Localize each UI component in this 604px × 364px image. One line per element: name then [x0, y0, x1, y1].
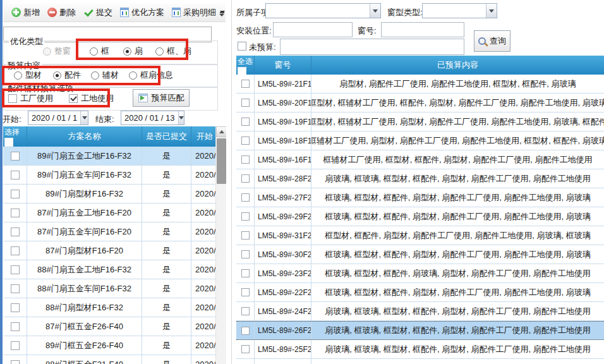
plan-table-row[interactable]: 87#门框五金F26-F40是2020/0	[3, 317, 226, 336]
window-type-dropdown-icon[interactable]	[486, 4, 497, 18]
row-checkbox[interactable]	[11, 209, 20, 217]
window-table-row[interactable]: LM5L-89#-23F21框玻璃, 框型材, 框配件, 扇玻璃, 扇型材, 扇…	[236, 264, 604, 283]
window-table-row[interactable]: LM5L-89#-27F25框玻璃, 框型材, 框配件, 扇型材, 扇配件工厂使…	[236, 188, 604, 207]
row-checkbox[interactable]	[241, 212, 250, 221]
toolbar-button[interactable]: 新增	[8, 5, 44, 20]
toolbar-button[interactable]: 提交	[80, 5, 116, 20]
row-checkbox[interactable]	[241, 307, 250, 315]
row-checkbox[interactable]	[11, 171, 20, 179]
window-table-row[interactable]: LM5L-89#-30F28框玻璃, 框型材, 框配件, 扇型材, 扇配件工厂使…	[236, 245, 604, 264]
window-no-header[interactable]: 窗号	[255, 56, 311, 75]
not-budgeted-checkbox[interactable]	[238, 42, 246, 51]
window-table-row[interactable]: LM5L-89#-25F23扇玻璃, 框玻璃, 框型材, 框配件, 扇型材, 扇…	[236, 340, 604, 359]
row-checkbox[interactable]	[11, 190, 20, 198]
end-date-dropdown-icon[interactable]	[178, 111, 184, 124]
plan-table-row[interactable]: 89#门扇型材F16-F32是2020/0	[3, 185, 226, 203]
start-date-picker[interactable]: 2020 / 01 / 1	[28, 111, 88, 125]
usage-option[interactable]: 工厂使用	[8, 93, 53, 104]
row-checkbox[interactable]	[11, 322, 20, 331]
plan-table-row[interactable]: 88#门框五金F21-F40是2020/0	[3, 355, 226, 364]
row-checkbox[interactable]	[11, 360, 20, 364]
not-budgeted-input[interactable]	[280, 39, 464, 55]
window-table-row[interactable]: LM5L-89#-24F22扇玻璃, 框玻璃, 框型材, 框配件, 扇型材, 扇…	[236, 302, 604, 321]
plan-name-header[interactable]: 方案名称	[27, 126, 142, 147]
radio-icon[interactable]	[91, 71, 99, 80]
sub-item-combobox[interactable]	[265, 3, 381, 18]
checkbox-icon[interactable]	[69, 94, 78, 103]
row-checkbox[interactable]	[241, 327, 250, 335]
optimize-type-option[interactable]: 扇	[123, 46, 143, 57]
radio-icon[interactable]	[53, 71, 61, 80]
window-table-row[interactable]: LM5L-89#-31F29框型材, 框配件, 扇型材, 扇配件工厂使用, 扇配…	[236, 226, 604, 245]
plan-table-row[interactable]: 89#门框五金F26-F40是2020/0	[3, 336, 226, 355]
window-table-row[interactable]: LM5L-89#-20F18框型材, 框辅材工厂使用, 框配件, 扇型材, 扇配…	[236, 94, 604, 112]
optimize-type-option[interactable]: 框	[90, 46, 109, 57]
radio-icon[interactable]	[90, 47, 98, 56]
budgeted-content-header[interactable]: 已预算内容	[311, 56, 604, 75]
window-table-row[interactable]: LM5L-89#-26F24扇玻璃, 框玻璃, 框型材, 框配件, 扇型材, 扇…	[236, 321, 604, 340]
plan-table-row[interactable]: 87#门扇型材F16-F20是2020/0	[3, 241, 226, 260]
row-checkbox[interactable]	[11, 341, 20, 350]
plan-table-row[interactable]: 89#门扇五金车间F16-F32是2020/0	[3, 166, 226, 185]
radio-icon[interactable]	[43, 47, 51, 56]
end-date-picker[interactable]: 2020 / 01 / 13	[121, 111, 184, 125]
row-checkbox[interactable]	[11, 152, 20, 161]
query-button[interactable]: 查询	[474, 30, 510, 52]
radio-icon[interactable]	[14, 71, 22, 80]
row-checkbox[interactable]	[241, 118, 250, 126]
row-checkbox[interactable]	[241, 136, 250, 145]
radio-icon[interactable]	[129, 71, 137, 80]
plan-scrollbar-thumb[interactable]	[217, 138, 226, 184]
radio-icon[interactable]	[123, 47, 131, 56]
window-select-all-checkbox[interactable]	[238, 67, 246, 75]
row-checkbox[interactable]	[241, 345, 250, 353]
plan-table-row[interactable]: 88#门扇五金车间F16-F32是2020/0	[3, 279, 226, 298]
window-type-combobox[interactable]	[422, 3, 497, 18]
row-checkbox[interactable]	[241, 80, 250, 88]
plan-table-row[interactable]: 87#门扇五金工地F16-F20是2020/0	[3, 203, 226, 222]
optimize-type-option[interactable]: 整窗	[43, 46, 71, 57]
plan-select-all-checkbox[interactable]	[4, 138, 13, 147]
plan-table-row[interactable]: 88#门扇五金工地F16-F32是2020/0	[3, 260, 226, 279]
window-no-input[interactable]	[381, 22, 464, 37]
row-checkbox[interactable]	[241, 174, 250, 183]
row-checkbox[interactable]	[241, 269, 250, 277]
plan-table-row[interactable]: 88#门扇型材F16-F32是2020/0	[3, 298, 226, 317]
row-checkbox[interactable]	[241, 99, 250, 107]
window-table-row[interactable]: LM5L-89#-28F26扇玻璃, 框玻璃, 框型材, 框配件, 扇型材, 扇…	[236, 169, 604, 188]
toolbar-button[interactable]: 删除	[44, 5, 80, 20]
budget-content-option[interactable]: 配件	[53, 70, 81, 81]
checkbox-icon[interactable]	[8, 94, 17, 103]
budget-match-button[interactable]: 预算匹配	[133, 89, 190, 107]
window-table-row[interactable]: LM5L-89#-29F27框玻璃, 框型材, 框配件, 扇型材, 扇配件工厂使…	[236, 207, 604, 226]
usage-option[interactable]: 工地使用	[69, 93, 114, 104]
toolbar-button[interactable]: 优化方案	[116, 5, 168, 20]
budget-content-option[interactable]: 框扇信息	[129, 70, 173, 81]
toolbar-overflow-button[interactable]	[217, 9, 226, 20]
window-table-row[interactable]: LM5L-89#-19F17框型材, 框辅材工厂使用, 扇型材, 扇配件工厂使用…	[236, 112, 604, 131]
install-location-input[interactable]	[273, 22, 353, 37]
row-checkbox[interactable]	[241, 155, 250, 164]
plan-table-scrollbar[interactable]	[215, 126, 226, 364]
window-table-row[interactable]: LM5L-89#-18F16框辅材工厂使用, 扇型材, 扇配件工厂使用, 扇配件…	[236, 131, 604, 150]
row-checkbox[interactable]	[11, 246, 20, 255]
scroll-up-icon[interactable]	[216, 126, 226, 137]
row-checkbox[interactable]	[241, 250, 250, 258]
row-checkbox[interactable]	[11, 228, 20, 236]
budget-content-option[interactable]: 辅材	[91, 70, 119, 81]
start-date-dropdown-icon[interactable]	[80, 111, 88, 124]
radio-icon[interactable]	[155, 47, 164, 56]
window-table-row[interactable]: LM5L-89#-22F20框玻璃, 框型材, 框配件, 扇型材, 扇配件工厂使…	[236, 283, 604, 302]
sub-item-dropdown-icon[interactable]	[370, 4, 380, 18]
plan-table-row[interactable]: 89#门扇五金工地F16-F32是2020/0	[3, 147, 226, 166]
window-table-row[interactable]: LM5L-89#-21F19扇型材, 扇配件工厂使用, 扇配件工地使用, 框型材…	[236, 75, 604, 94]
plan-submitted-header[interactable]: 是否已提交	[142, 126, 191, 147]
optimize-type-option[interactable]: 框、扇	[155, 46, 191, 57]
window-table-row[interactable]: LM5L-89#-16F15框辅材工厂使用, 框型材, 框配件, 扇型材, 扇配…	[236, 150, 604, 169]
row-checkbox[interactable]	[241, 193, 250, 202]
row-checkbox[interactable]	[11, 303, 20, 312]
row-checkbox[interactable]	[241, 231, 250, 240]
plan-table-row[interactable]: 87#门扇五金车间F16-F20是2020/0	[3, 222, 226, 241]
row-checkbox[interactable]	[241, 288, 250, 296]
row-checkbox[interactable]	[11, 284, 20, 293]
